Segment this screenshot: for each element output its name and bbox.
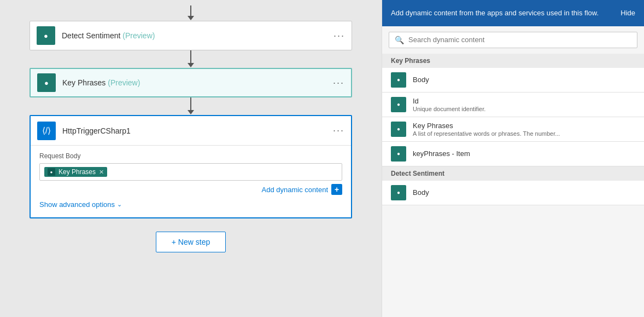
key-phrases-title: Key Phrases (Preview) [62, 78, 333, 87]
dynamic-content-header: Add dynamic content from the apps and se… [382, 0, 644, 26]
dynamic-item-key-phrases-title: Key Phrases [413, 122, 635, 130]
new-step-button[interactable]: + New step [156, 232, 226, 252]
dynamic-item-body-1-icon: ● [391, 72, 406, 88]
token-icon: ● [48, 168, 55, 176]
hide-button[interactable]: Hide [620, 9, 635, 17]
search-box-container: 🔍 [382, 26, 644, 54]
token-remove-button[interactable]: ✕ [99, 169, 104, 176]
http-trigger-icon: ⟨/⟩ [37, 122, 56, 140]
dynamic-item-key-phrases[interactable]: ● Key Phrases A list of representative w… [382, 117, 644, 142]
show-advanced-options-button[interactable]: Show advanced options ⌄ [39, 200, 342, 209]
key-phrases-card[interactable]: ● Key Phrases (Preview) ··· [30, 68, 352, 97]
search-input-wrap: 🔍 [389, 32, 637, 48]
http-trigger-more-button[interactable]: ··· [333, 125, 344, 136]
http-trigger-body: Request Body ● Key Phrases ✕ Add dynamic… [31, 146, 351, 217]
search-dynamic-content-input[interactable] [408, 36, 631, 44]
dynamic-item-key-phrases-item-icon: ● [391, 146, 406, 162]
dynamic-item-body-2[interactable]: ● Body [382, 181, 644, 205]
key-phrases-token: ● Key Phrases ✕ [44, 167, 107, 177]
dynamic-item-body-1[interactable]: ● Body [382, 68, 644, 93]
dynamic-content-description: Add dynamic content from the apps and se… [391, 8, 614, 19]
dynamic-item-key-phrases-item-title: keyPhrases - Item [413, 149, 635, 158]
search-icon: 🔍 [395, 36, 404, 44]
add-dynamic-content-button[interactable]: + [331, 184, 342, 195]
chevron-down-icon: ⌄ [117, 201, 122, 208]
detect-sentiment-title: Detect Sentiment (Preview) [62, 31, 333, 40]
http-trigger-card[interactable]: ⟨/⟩ HttpTriggerCSharp1 ··· Request Body … [30, 115, 352, 218]
dynamic-item-id[interactable]: ● Id Unique document identifier. [382, 93, 644, 117]
dynamic-item-key-phrases-desc: A list of representative words or phrase… [413, 130, 635, 137]
detect-sentiment-card[interactable]: ● Detect Sentiment (Preview) ··· [30, 21, 352, 50]
flow-canvas: ● Detect Sentiment (Preview) ··· ● Key P… [0, 0, 382, 317]
dynamic-content-panel: Add dynamic content from the apps and se… [382, 0, 644, 317]
key-phrases-icon: ● [37, 73, 56, 92]
detect-sentiment-icon: ● [37, 26, 55, 45]
detect-sentiment-section-header: Detect Sentiment [382, 166, 644, 181]
http-trigger-title: HttpTriggerCSharp1 [62, 126, 333, 135]
http-trigger-header: ⟨/⟩ HttpTriggerCSharp1 ··· [31, 116, 351, 146]
dynamic-content-list: Key Phrases ● Body ● Id Unique document … [382, 54, 644, 318]
dynamic-item-id-icon: ● [391, 97, 406, 112]
dynamic-item-body-2-icon: ● [391, 185, 406, 200]
dynamic-item-body-2-title: Body [413, 188, 635, 197]
dynamic-item-id-desc: Unique document identifier. [413, 106, 635, 112]
request-body-text-input[interactable] [109, 168, 337, 176]
add-dynamic-content-link[interactable]: Add dynamic content [262, 186, 328, 194]
detect-sentiment-more-button[interactable]: ··· [333, 30, 345, 42]
request-body-input[interactable]: ● Key Phrases ✕ [39, 163, 342, 181]
token-label: Key Phrases [58, 168, 96, 176]
dynamic-item-body-1-title: Body [413, 76, 635, 84]
request-body-label: Request Body [39, 152, 342, 160]
add-dynamic-row: Add dynamic content + [39, 184, 342, 195]
dynamic-item-key-phrases-item[interactable]: ● keyPhrases - Item [382, 142, 644, 166]
key-phrases-more-button[interactable]: ··· [333, 77, 344, 89]
dynamic-item-key-phrases-icon: ● [391, 122, 406, 137]
dynamic-item-id-title: Id [413, 97, 635, 105]
key-phrases-section-header: Key Phrases [382, 54, 644, 68]
